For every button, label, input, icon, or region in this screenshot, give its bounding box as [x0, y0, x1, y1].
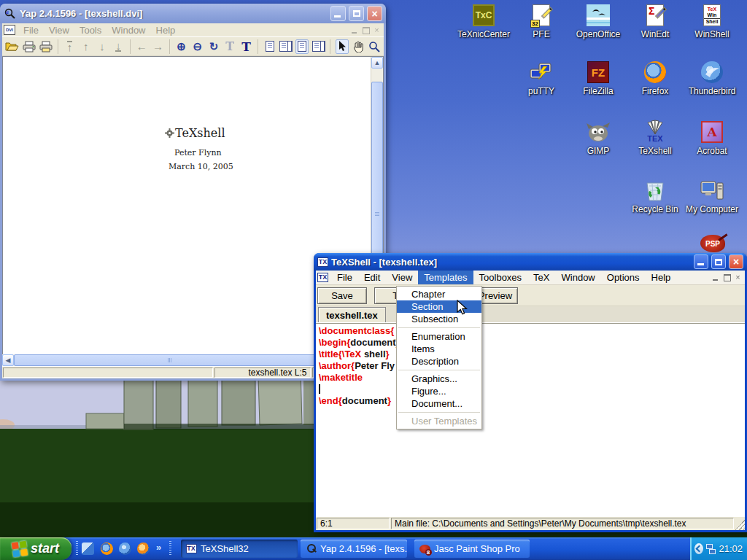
mdi-restore-icon[interactable]: [361, 26, 371, 34]
menu-item-section[interactable]: Section: [397, 300, 481, 313]
texshell-window: TX TeXShell - [texshell.tex] × TX File E…: [314, 253, 747, 532]
first-page-icon[interactable]: ↑: [63, 39, 76, 54]
main-file-path: Main file: C:\Documents and Settings\Pet…: [391, 518, 734, 529]
desktop-icon-recycle-bin[interactable]: Recycle Bin: [627, 178, 684, 214]
desktop-icon-my-computer[interactable]: My Computer: [684, 178, 740, 214]
print-setup-icon[interactable]: [39, 39, 53, 54]
desktop-icon-filezilla[interactable]: FZ FileZilla: [570, 60, 627, 96]
menu-tex[interactable]: TeX: [527, 271, 555, 284]
desktop-icon-putty[interactable]: puTTY: [513, 60, 570, 96]
texshell-titlebar[interactable]: TX TeXShell - [texshell.tex] ×: [314, 253, 747, 271]
menu-edit[interactable]: Edit: [358, 271, 386, 284]
yap-close-button[interactable]: ×: [367, 6, 382, 21]
menu-window[interactable]: Window: [556, 271, 601, 284]
taskband-grip[interactable]: [169, 541, 171, 556]
firefox-icon: [643, 60, 667, 85]
wallpaper-stonehenge: [0, 357, 314, 537]
code-editor[interactable]: \documentclass{\begin{document}\title{\T…: [316, 323, 745, 516]
mdi-close-icon[interactable]: ×: [372, 26, 382, 34]
quicklaunch-grip[interactable]: [76, 541, 78, 556]
single-page-view-icon[interactable]: [263, 39, 276, 54]
menu-item-figure[interactable]: Figure...: [397, 385, 481, 397]
scroll-left-icon[interactable]: ◀: [2, 354, 14, 366]
menu-item-subsection[interactable]: Subsection: [397, 313, 481, 325]
text-render-icon[interactable]: T: [240, 39, 252, 54]
tab-texshell-tex[interactable]: texshell.tex: [318, 307, 386, 322]
continuous-facing-view-icon[interactable]: [312, 39, 325, 54]
menu-item-description[interactable]: Description: [397, 355, 481, 368]
yap-minimize-button[interactable]: [330, 6, 346, 21]
texshell-maximize-button[interactable]: [711, 254, 726, 269]
yap-maximize-button[interactable]: [349, 6, 364, 21]
texshell-minimize-button[interactable]: [694, 254, 708, 269]
mdi-minimize-icon[interactable]: [711, 273, 721, 281]
desktop-icon-winedt[interactable]: Σ WinEdt: [627, 3, 684, 39]
mdi-minimize-icon[interactable]: [350, 26, 360, 34]
quicklaunch-overflow-chevron[interactable]: »: [156, 542, 161, 553]
quicklaunch-firefox-icon[interactable]: [101, 542, 113, 555]
forward-icon[interactable]: →: [152, 39, 164, 54]
desktop-icon-openoffice[interactable]: OpenOffice: [570, 3, 627, 39]
desktop-icon-pfe[interactable]: 32 PFE: [513, 3, 570, 39]
desktop-icon-texniccenter[interactable]: TxC TeXnicCenter: [455, 3, 512, 39]
yap-menu-view[interactable]: View: [44, 24, 74, 36]
icon-label: WinEdt: [627, 30, 684, 39]
taskbar-button-paintshoppro[interactable]: 8 Jasc Paint Shop Pro: [414, 540, 530, 558]
open-file-icon[interactable]: [5, 39, 19, 54]
magnifier-tool-icon[interactable]: [368, 39, 381, 54]
openoffice-icon: [586, 3, 611, 28]
yap-menu-window[interactable]: Window: [107, 24, 150, 36]
editor-line: \maketitle: [319, 372, 745, 384]
last-page-icon[interactable]: ↓: [112, 39, 125, 54]
next-page-icon[interactable]: ↓: [96, 39, 108, 54]
yap-menu-tools[interactable]: Tools: [74, 24, 107, 36]
menu-item-enumeration[interactable]: Enumeration: [397, 330, 481, 343]
back-icon[interactable]: ←: [136, 39, 148, 54]
menu-view[interactable]: View: [386, 271, 418, 284]
yap-menu-file[interactable]: File: [18, 24, 44, 36]
menu-item-chapter[interactable]: Chapter: [397, 288, 481, 300]
resize-grip[interactable]: [735, 520, 745, 530]
icon-label: FileZilla: [570, 87, 627, 96]
text-outline-icon[interactable]: T: [224, 39, 236, 54]
network-status-icon[interactable]: [706, 544, 716, 554]
print-icon[interactable]: [23, 39, 36, 54]
zoom-out-icon[interactable]: ⊖: [191, 39, 204, 54]
quicklaunch-thunderbird-icon[interactable]: [119, 542, 131, 555]
show-desktop-icon[interactable]: [82, 542, 94, 555]
quicklaunch-mediaplayer-icon[interactable]: [137, 542, 150, 555]
menu-options[interactable]: Options: [601, 271, 646, 284]
zoom-in-icon[interactable]: ⊕: [175, 39, 187, 54]
tray-collapse-chevron-icon[interactable]: [694, 543, 703, 554]
select-tool-icon[interactable]: [336, 39, 349, 54]
desktop-icon-paint-shop-pro[interactable]: PSP: [684, 233, 741, 254]
desktop-icon-texshell[interactable]: TEX TeXshell: [627, 120, 684, 155]
menu-file[interactable]: File: [331, 271, 358, 284]
taskbar-button-texshell32[interactable]: TX TeXShell32: [181, 540, 298, 558]
scroll-up-icon[interactable]: ▲: [371, 57, 383, 69]
menu-toolboxes[interactable]: Toolboxes: [473, 271, 528, 284]
menu-item-graphics[interactable]: Graphics...: [397, 373, 481, 385]
mdi-close-icon[interactable]: ×: [733, 273, 743, 281]
menu-item-items[interactable]: Items: [397, 343, 481, 355]
desktop-icon-winshell[interactable]: TeX Win Shell WinShell: [684, 3, 740, 39]
menu-item-document[interactable]: Document...: [397, 397, 481, 410]
mdi-restore-icon[interactable]: [722, 273, 732, 281]
facing-pages-view-icon[interactable]: [279, 39, 292, 54]
refresh-icon[interactable]: ↻: [207, 39, 220, 54]
start-button[interactable]: start: [0, 537, 71, 560]
desktop-icon-firefox[interactable]: Firefox: [627, 60, 684, 96]
texshell-close-button[interactable]: ×: [729, 254, 743, 269]
save-button[interactable]: Save: [317, 287, 367, 304]
hand-tool-icon[interactable]: [352, 39, 365, 54]
menu-help[interactable]: Help: [646, 271, 677, 284]
previous-page-icon[interactable]: ↑: [80, 39, 92, 54]
desktop-icon-gimp[interactable]: GIMP: [570, 120, 627, 155]
yap-menu-help[interactable]: Help: [151, 24, 181, 36]
yap-titlebar[interactable]: d Yap 2.4.1596 - [texshell.dvi] ×: [0, 4, 386, 23]
continuous-view-icon[interactable]: [295, 39, 309, 54]
desktop-icon-thunderbird[interactable]: Thunderbird: [684, 60, 740, 96]
desktop-icon-acrobat[interactable]: A Acrobat: [684, 120, 740, 155]
taskbar-button-yap[interactable]: Yap 2.4.1596 - [texs...: [301, 540, 407, 558]
menu-templates[interactable]: Templates: [418, 271, 473, 284]
